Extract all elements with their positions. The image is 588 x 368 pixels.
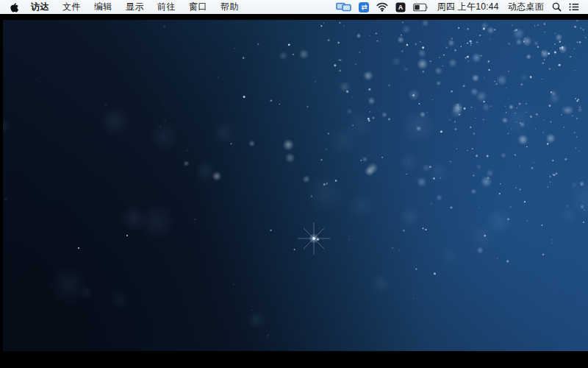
menu-finder[interactable]: 访达	[24, 0, 56, 14]
apple-logo-icon	[10, 2, 18, 13]
menu-window[interactable]: 窗口	[182, 0, 214, 14]
notification-center-menu-extra[interactable]	[565, 0, 583, 14]
wifi-icon	[376, 2, 388, 12]
menu-edit[interactable]: 编辑	[87, 0, 119, 14]
menu-bar-left: 访达 文件 编辑 显示 前往 窗口 帮助	[0, 0, 245, 14]
desktop-wallpaper	[3, 20, 588, 351]
menu-go[interactable]: 前往	[151, 0, 182, 14]
apple-menu[interactable]	[10, 0, 24, 14]
wifi-menu-extra[interactable]	[373, 0, 392, 14]
wallpaper-particles-canvas	[3, 20, 588, 351]
notification-center-list-icon	[569, 3, 579, 11]
sync-menu-extra[interactable]: ⇄	[355, 0, 373, 14]
dual-displays-icon	[336, 2, 351, 13]
menu-help[interactable]: 帮助	[214, 0, 245, 14]
menu-bar: 访达 文件 编辑 显示 前往 窗口 帮助 ⇄	[0, 0, 588, 14]
dynamic-desktop-menu-extra[interactable]: 动态桌面	[503, 0, 548, 14]
sync-arrows-icon: ⇄	[359, 2, 369, 13]
input-method-letter: A	[398, 4, 404, 11]
spotlight-magnifier-icon	[552, 2, 562, 12]
battery-menu-extra[interactable]	[409, 0, 432, 14]
input-method-menu-extra[interactable]: A	[392, 0, 409, 14]
menu-file[interactable]: 文件	[56, 0, 87, 14]
menu-bar-clock[interactable]: 周四 上午10:44	[432, 0, 503, 14]
battery-icon	[413, 3, 429, 12]
menu-view[interactable]: 显示	[119, 0, 151, 14]
desktop-area[interactable]	[0, 14, 588, 368]
menu-bar-status: ⇄ A	[332, 0, 588, 14]
macos-screen: 访达 文件 编辑 显示 前往 窗口 帮助 ⇄	[0, 0, 588, 368]
spotlight-menu-extra[interactable]	[548, 0, 565, 14]
dual-displays-menu-extra[interactable]	[332, 0, 355, 14]
input-method-icon: A	[395, 2, 406, 13]
